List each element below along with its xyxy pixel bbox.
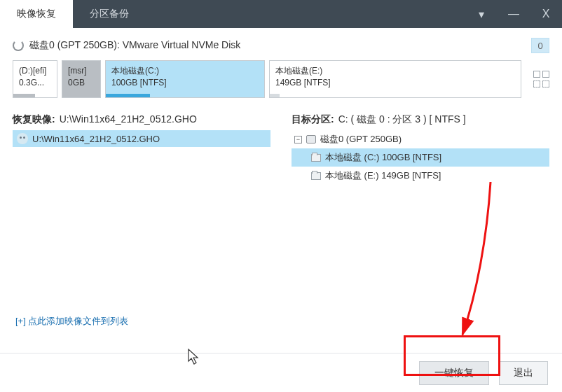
target-partition-value: C: ( 磁盘 0 : 分区 3 ) [ NTFS ] bbox=[338, 113, 466, 126]
partition-efi[interactable]: (D:)[efi] 0.3G... bbox=[13, 60, 57, 98]
image-file-row[interactable]: U:\Win11x64_21H2_0512.GHO bbox=[13, 130, 270, 147]
target-partition-panel: 目标分区: C: ( 磁盘 0 : 分区 3 ) [ NTFS ] − 磁盘0 … bbox=[292, 113, 549, 185]
disk-index-badge: 0 bbox=[531, 38, 549, 53]
image-file-name: U:\Win11x64_21H2_0512.GHO bbox=[32, 134, 160, 144]
partition-msr[interactable]: [msr] 0GB bbox=[62, 60, 101, 98]
restore-image-panel: 恢复映像: U:\Win11x64_21H2_0512.GHO U:\Win11… bbox=[13, 113, 270, 185]
disk-icon bbox=[306, 135, 316, 144]
exit-button[interactable]: 退出 bbox=[499, 361, 548, 385]
minimize-icon[interactable]: — bbox=[498, 0, 530, 28]
add-image-link[interactable]: [+] 点此添加映像文件到列表 bbox=[15, 315, 128, 328]
view-toggle-icon[interactable] bbox=[533, 60, 549, 98]
target-partition-label: 目标分区: bbox=[292, 113, 334, 126]
refresh-icon[interactable] bbox=[13, 40, 24, 51]
titlebar: 映像恢复 分区备份 ▾ — X bbox=[0, 0, 562, 28]
tab-partition-backup[interactable]: 分区备份 bbox=[73, 0, 146, 28]
partition-name: 本地磁盘(C:) bbox=[111, 65, 259, 77]
one-click-restore-button[interactable]: 一键恢复 bbox=[419, 361, 489, 385]
ghost-file-icon bbox=[17, 133, 28, 144]
collapse-icon[interactable]: − bbox=[294, 136, 302, 144]
partition-c[interactable]: 本地磁盘(C:) 100GB [NTFS] bbox=[105, 60, 265, 98]
partition-e[interactable]: 本地磁盘(E:) 149GB [NTFS] bbox=[269, 60, 521, 98]
footer: 一键恢复 退出 bbox=[0, 353, 562, 392]
tree-item-label: 本地磁盘 (E:) 149GB [NTFS] bbox=[325, 169, 441, 182]
tree-item-label: 本地磁盘 (C:) 100GB [NTFS] bbox=[325, 151, 441, 164]
tree-disk-label: 磁盘0 (GPT 250GB) bbox=[320, 133, 402, 146]
partition-name: [msr] bbox=[68, 65, 95, 77]
partition-tree: − 磁盘0 (GPT 250GB) 本地磁盘 (C:) 100GB [NTFS]… bbox=[292, 130, 549, 185]
folder-icon bbox=[311, 172, 321, 180]
partition-size: 0GB bbox=[68, 77, 95, 89]
folder-icon bbox=[311, 154, 321, 162]
close-icon[interactable]: X bbox=[530, 0, 562, 28]
tree-partition-e[interactable]: 本地磁盘 (E:) 149GB [NTFS] bbox=[292, 167, 549, 185]
partition-name: (D:)[efi] bbox=[19, 65, 51, 77]
restore-image-label: 恢复映像: bbox=[13, 113, 55, 126]
tree-partition-c[interactable]: 本地磁盘 (C:) 100GB [NTFS] bbox=[292, 148, 549, 167]
disk-header: 磁盘0 (GPT 250GB): VMware Virtual NVMe Dis… bbox=[0, 28, 562, 60]
restore-image-value: U:\Win11x64_21H2_0512.GHO bbox=[60, 113, 197, 126]
dropdown-icon[interactable]: ▾ bbox=[465, 0, 498, 28]
partition-name: 本地磁盘(E:) bbox=[275, 65, 515, 77]
partition-size: 0.3G... bbox=[19, 77, 51, 89]
partition-bar: (D:)[efi] 0.3G... [msr] 0GB 本地磁盘(C:) 100… bbox=[0, 60, 562, 108]
disk-label: 磁盘0 (GPT 250GB): VMware Virtual NVMe Dis… bbox=[29, 39, 531, 52]
tree-disk-row[interactable]: − 磁盘0 (GPT 250GB) bbox=[292, 130, 549, 148]
partition-size: 100GB [NTFS] bbox=[111, 77, 259, 89]
tab-image-restore[interactable]: 映像恢复 bbox=[0, 0, 73, 28]
partition-size: 149GB [NTFS] bbox=[275, 77, 515, 89]
